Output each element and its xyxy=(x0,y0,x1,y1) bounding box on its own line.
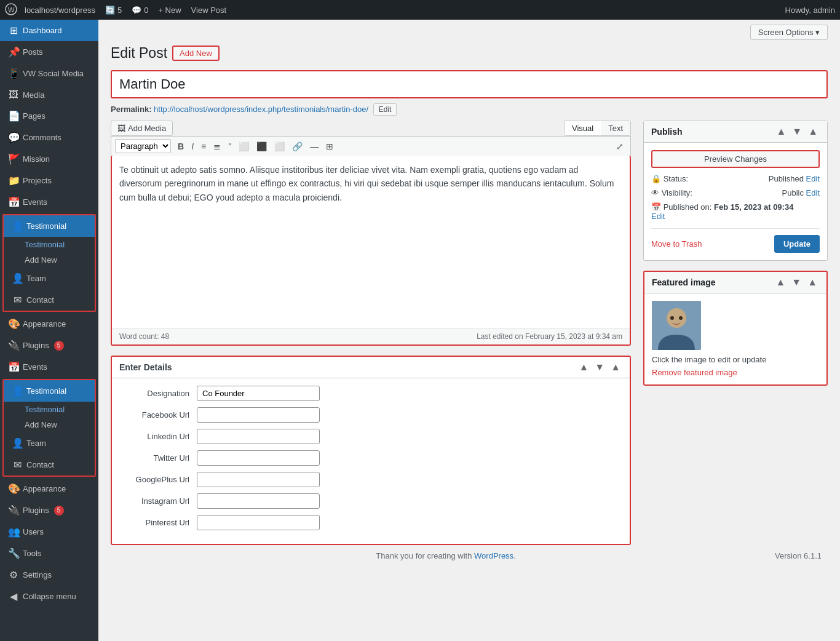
sidebar-item-label: Contact xyxy=(26,295,54,305)
instagram-label: Instagram Url xyxy=(122,496,189,506)
sidebar-item-tools[interactable]: 🔧 Tools xyxy=(0,543,98,564)
form-row-googleplus: GooglePlus Url xyxy=(122,472,620,487)
comments-link[interactable]: 💬 0 xyxy=(127,6,153,15)
publish-date-edit-link[interactable]: Edit xyxy=(651,212,665,221)
featured-down-button[interactable]: ▼ xyxy=(790,277,803,288)
twitter-input[interactable] xyxy=(197,450,320,466)
new-content-link[interactable]: + New xyxy=(153,6,186,15)
unordered-list-button[interactable]: ≡ xyxy=(198,140,209,153)
publish-down-button[interactable]: ▼ xyxy=(790,126,804,137)
featured-image-thumbnail[interactable] xyxy=(652,301,701,350)
instagram-input[interactable] xyxy=(197,493,320,509)
featured-collapse-button[interactable]: ▲ xyxy=(806,277,819,288)
status-edit-link[interactable]: Edit xyxy=(806,174,820,183)
visibility-edit-link[interactable]: Edit xyxy=(806,188,820,197)
page-title: Edit Post xyxy=(111,45,167,62)
plugins-icon-1: 🔌 xyxy=(8,340,19,351)
preview-changes-button[interactable]: Preview Changes xyxy=(651,150,820,168)
publish-collapse-button[interactable]: ▲ xyxy=(806,126,820,137)
sidebar-item-label: Posts xyxy=(23,47,43,57)
bold-button[interactable]: B xyxy=(175,140,187,153)
pinterest-input[interactable] xyxy=(197,515,320,530)
avatar-image xyxy=(652,301,701,350)
wordpress-link[interactable]: WordPress xyxy=(474,551,513,560)
sidebar-item-team-2[interactable]: 👤 Team xyxy=(4,432,95,454)
more-button[interactable]: — xyxy=(307,140,322,153)
permalink-link[interactable]: http://localhost/wordpress/index.php/tes… xyxy=(154,105,368,114)
collapse-menu-button[interactable]: ◀ Collapse menu xyxy=(0,586,98,607)
sidebar-subitem-add-new-1[interactable]: Add New xyxy=(4,252,95,268)
sidebar-item-label: Media xyxy=(23,90,44,100)
sidebar-item-contact-1[interactable]: ✉ Contact xyxy=(4,289,95,311)
add-media-button[interactable]: 🖼 Add Media xyxy=(111,121,173,136)
sidebar-item-plugins-2[interactable]: 🔌 Plugins 5 xyxy=(0,500,98,521)
tab-text[interactable]: Text xyxy=(601,121,630,135)
sidebar-item-settings[interactable]: ⚙ Settings xyxy=(0,564,98,586)
sidebar-item-dashboard[interactable]: ⊞ Dashboard xyxy=(0,20,98,41)
align-left-button[interactable]: ⬜ xyxy=(236,140,252,153)
ordered-list-button[interactable]: ≣ xyxy=(210,140,224,153)
remove-featured-image-link[interactable]: Remove featured image xyxy=(652,368,737,377)
designation-input[interactable] xyxy=(197,386,320,401)
sidebar-item-testimonial-1[interactable]: 👤 Testimonial xyxy=(4,215,95,237)
details-up-button[interactable]: ▲ xyxy=(577,362,590,373)
appearance-icon-2: 🎨 xyxy=(8,483,19,495)
screen-options-button[interactable]: Screen Options ▾ xyxy=(750,25,828,40)
align-center-button[interactable]: ⬛ xyxy=(253,140,270,153)
sidebar-item-testimonial-2[interactable]: 👤 Testimonial xyxy=(4,380,95,402)
view-post-link[interactable]: View Post xyxy=(186,6,232,15)
admin-bar: W localhost/wordpress 🔄 5 💬 0 + New View… xyxy=(0,0,840,20)
word-count-wrap: Word count: 48 xyxy=(119,332,169,341)
italic-button[interactable]: I xyxy=(188,140,197,153)
sidebar-item-posts[interactable]: 📌 Posts xyxy=(0,41,98,63)
publish-up-button[interactable]: ▲ xyxy=(774,126,788,137)
settings-icon: ⚙ xyxy=(8,569,19,581)
publish-metabox-body: Preview Changes 🔒 Status: Published Edit xyxy=(644,143,827,260)
blockquote-button[interactable]: " xyxy=(225,140,234,153)
link-button[interactable]: 🔗 xyxy=(289,140,306,153)
table-button[interactable]: ⊞ xyxy=(323,140,336,153)
post-title-input[interactable] xyxy=(111,70,828,98)
update-button[interactable]: Update xyxy=(774,235,820,253)
align-right-button[interactable]: ⬜ xyxy=(271,140,288,153)
featured-image-hint-text: Click the image to edit or update xyxy=(652,355,819,364)
word-count-label: Word count: xyxy=(119,332,159,341)
sidebar-item-label: Events xyxy=(23,362,47,372)
sidebar-item-users[interactable]: 👥 Users xyxy=(0,521,98,543)
sidebar-subitem-add-new-2[interactable]: Add New xyxy=(4,417,95,432)
sidebar-item-appearance-1[interactable]: 🎨 Appearance xyxy=(0,313,98,335)
sidebar-item-events[interactable]: 📅 Events xyxy=(0,191,98,213)
sidebar-item-pages[interactable]: 📄 Pages xyxy=(0,105,98,127)
linkedin-input[interactable] xyxy=(197,429,320,444)
sidebar-item-mission[interactable]: 🚩 Mission xyxy=(0,148,98,170)
editor-toolbar: 🖼 Add Media Visual Text xyxy=(111,121,631,136)
sidebar-item-projects[interactable]: 📁 Projects xyxy=(0,170,98,191)
facebook-label: Facebook Url xyxy=(122,410,189,420)
details-collapse-button[interactable]: ▲ xyxy=(609,362,622,373)
site-name-link[interactable]: localhost/wordpress xyxy=(20,6,100,15)
edit-slug-button[interactable]: Edit xyxy=(373,103,397,116)
media-icon: 🖼 xyxy=(8,89,19,100)
googleplus-input[interactable] xyxy=(197,472,320,487)
sidebar-item-contact-2[interactable]: ✉ Contact xyxy=(4,454,95,476)
sidebar-item-plugins-1[interactable]: 🔌 Plugins 5 xyxy=(0,335,98,356)
sidebar-item-media[interactable]: 🖼 Media xyxy=(0,84,98,105)
sidebar-item-comments[interactable]: 💬 Comments xyxy=(0,127,98,148)
sidebar-item-team-1[interactable]: 👤 Team xyxy=(4,268,95,289)
featured-up-button[interactable]: ▲ xyxy=(774,277,787,288)
move-to-trash-link[interactable]: Move to Trash xyxy=(651,239,702,249)
paragraph-select[interactable]: Paragraph xyxy=(115,139,171,153)
sidebar-item-appearance-2[interactable]: 🎨 Appearance xyxy=(0,478,98,500)
tab-visual[interactable]: Visual xyxy=(565,121,601,135)
updates-icon: 🔄 xyxy=(105,6,115,15)
details-down-button[interactable]: ▼ xyxy=(593,362,606,373)
updates-link[interactable]: 🔄 5 xyxy=(100,6,127,15)
sidebar-item-vw-social-media[interactable]: 📱 VW Social Media xyxy=(0,63,98,84)
add-new-button[interactable]: Add New xyxy=(172,46,220,61)
facebook-input[interactable] xyxy=(197,407,320,423)
fullscreen-button[interactable]: ⤢ xyxy=(613,140,627,153)
editor-content-area[interactable]: Te obtinuit ut adepto satis somno. Aliis… xyxy=(112,156,630,328)
sidebar-subitem-testimonial-2[interactable]: Testimonial xyxy=(4,402,95,417)
sidebar-item-events-2[interactable]: 📅 Events xyxy=(0,356,98,378)
sidebar-subitem-testimonial-1[interactable]: Testimonial xyxy=(4,237,95,252)
